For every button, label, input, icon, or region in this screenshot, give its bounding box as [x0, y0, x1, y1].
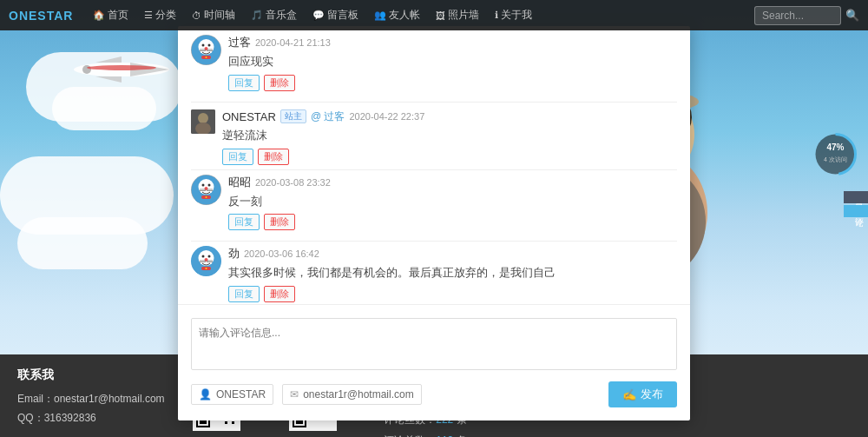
- contact-email: Email：onestar1r@hotmail.com: [17, 390, 165, 409]
- action-回复[interactable]: 回复: [222, 149, 253, 165]
- comment-text: 其实很多时候，我们都是有机会的。最后真正放弃的，是我们自己: [228, 264, 677, 282]
- svg-rect-109: [225, 421, 227, 424]
- comment-avatar: [191, 35, 221, 65]
- nav-tab-音乐盒[interactable]: 🎵音乐盒: [244, 4, 304, 26]
- svg-point-4: [82, 65, 91, 74]
- logo-prefix: ONE: [9, 9, 37, 23]
- action-回复[interactable]: 回复: [228, 286, 260, 302]
- email-value: onestar1r@hotmail.com: [303, 388, 414, 401]
- tab-label: 友人帐: [389, 8, 420, 23]
- comment-input-section: 👤 ONESTAR ✉ onestar1r@hotmail.com ✍ 发布: [178, 304, 690, 420]
- tab-icon: 🎵: [251, 10, 263, 21]
- side-btn-comment[interactable]: 评论: [844, 205, 868, 217]
- comment-item: 昭昭 2020-03-08 23:32 反一刻 回复删除: [191, 175, 677, 231]
- comment-header: 劲 2020-03-06 16:42: [228, 246, 677, 262]
- svg-rect-110: [232, 421, 234, 424]
- nav-tab-友人帐[interactable]: 👥友人帐: [367, 4, 427, 26]
- svg-point-42: [202, 183, 205, 186]
- footer-contact: 联系我 Email：onestar1r@hotmail.com QQ：31639…: [17, 364, 165, 427]
- search-input[interactable]: [754, 6, 841, 25]
- comment-header: ONESTAR 站主 @ 过客 2020-04-22 22:37: [222, 109, 677, 124]
- side-btn-catalog[interactable]: 目录: [844, 191, 868, 203]
- comment-body: 过客 2020-04-21 21:13 回应现实 回复删除: [228, 35, 331, 91]
- comment-date: 2020-04-22 22:37: [349, 111, 424, 122]
- comment-actions: 回复删除: [222, 149, 677, 165]
- nav-tabs: 🏠首页☰分类⏱时间轴🎵音乐盒💬留言板👥友人帐🖼照片墙ℹ关于我: [86, 4, 754, 26]
- action-删除[interactable]: 删除: [264, 214, 295, 230]
- search-area: 🔍: [754, 6, 859, 25]
- search-icon[interactable]: 🔍: [845, 9, 859, 22]
- user-badge: 站主: [280, 109, 306, 123]
- action-回复[interactable]: 回复: [228, 75, 260, 91]
- tab-icon: 👥: [374, 10, 386, 21]
- comment-username: 劲: [228, 246, 240, 262]
- comment-item: 过客 2020-04-21 21:13 回应现实 回复删除: [191, 35, 677, 91]
- nav-tab-时间轴[interactable]: ⏱时间轴: [185, 4, 242, 26]
- tab-label: 留言板: [327, 8, 358, 23]
- tab-icon: 💬: [312, 10, 325, 21]
- action-回复[interactable]: 回复: [228, 214, 260, 230]
- nav-tab-留言板[interactable]: 💬留言板: [306, 4, 365, 26]
- comment-body: 劲 2020-03-06 16:42 其实很多时候，我们都是有机会的。最后真正放…: [228, 246, 677, 304]
- comment-at: @ 过客: [311, 109, 345, 124]
- comment-item: ONESTAR 站主 @ 过客 2020-04-22 22:37 逆轻流沫 回复…: [191, 109, 677, 165]
- logo-suffix: STAR: [37, 9, 73, 23]
- username-field: 👤 ONESTAR: [191, 384, 273, 405]
- comments-modal: 过客 2020-04-21 21:13 回应现实 回复删除 ONESTAR 站主: [178, 26, 690, 420]
- email-icon: ✉: [290, 388, 299, 401]
- comment-actions: 回复删除: [228, 214, 331, 230]
- tab-icon: ⏱: [192, 10, 201, 21]
- svg-point-24: [202, 44, 205, 47]
- action-删除[interactable]: 删除: [258, 149, 289, 165]
- svg-point-35: [198, 113, 208, 123]
- tab-label: 时间轴: [204, 8, 235, 23]
- svg-marker-3: [95, 76, 122, 83]
- svg-point-51: [206, 196, 207, 198]
- tab-icon: 🖼: [436, 10, 445, 21]
- comment-username: ONESTAR: [222, 110, 276, 123]
- comment-date: 2020-03-06 16:42: [244, 248, 319, 259]
- svg-point-43: [208, 183, 211, 186]
- nav-tab-首页[interactable]: 🏠首页: [86, 4, 135, 26]
- progress-circle: 47% 4 次访问: [812, 130, 859, 178]
- comment-avatar: [191, 246, 221, 276]
- action-删除[interactable]: 删除: [264, 286, 295, 302]
- side-buttons: 目录 评论: [844, 191, 868, 217]
- svg-text:4 次访问: 4 次访问: [824, 156, 847, 163]
- tab-label: 分类: [155, 8, 176, 23]
- svg-point-57: [202, 255, 205, 258]
- comment-text: 反一刻: [228, 193, 331, 211]
- svg-point-33: [206, 56, 207, 58]
- svg-point-66: [206, 268, 207, 269]
- tab-label: 照片墙: [448, 8, 479, 23]
- cloud-4: [17, 217, 148, 269]
- comment-textarea[interactable]: [191, 318, 677, 370]
- nav-tab-照片墙[interactable]: 🖼照片墙: [429, 4, 486, 26]
- submit-icon: ✍: [622, 388, 636, 401]
- submit-button[interactable]: ✍ 发布: [608, 381, 677, 407]
- svg-point-59: [205, 258, 208, 262]
- comment-username: 过客: [228, 35, 251, 50]
- comment-body: ONESTAR 站主 @ 过客 2020-04-22 22:37 逆轻流沫 回复…: [222, 109, 677, 165]
- comment-footer: 👤 ONESTAR ✉ onestar1r@hotmail.com ✍ 发布: [191, 381, 677, 407]
- svg-text:47%: 47%: [826, 142, 844, 152]
- comment-header: 昭昭 2020-03-08 23:32: [228, 175, 331, 190]
- tab-icon: 🏠: [93, 10, 105, 21]
- action-删除[interactable]: 删除: [264, 75, 295, 91]
- airplane: [69, 43, 174, 98]
- comment-group: 劲 2020-03-06 16:42 其实很多时候，我们都是有机会的。最后真正放…: [191, 246, 677, 304]
- comment-avatar: [191, 109, 215, 134]
- submit-label: 发布: [641, 387, 663, 402]
- site-logo[interactable]: ONESTAR: [9, 9, 73, 23]
- nav-tab-分类[interactable]: ☰分类: [137, 4, 183, 26]
- nav-tab-关于我[interactable]: ℹ关于我: [488, 4, 539, 26]
- comment-avatar: [191, 175, 221, 205]
- tab-label: 首页: [108, 8, 128, 23]
- comment-header: 过客 2020-04-21 21:13: [228, 35, 331, 50]
- svg-point-5: [87, 65, 156, 70]
- comment-text: 逆轻流沫: [222, 127, 677, 145]
- comment-actions: 回复删除: [228, 286, 677, 302]
- tab-label: 音乐盒: [266, 8, 297, 23]
- comments-list: 过客 2020-04-21 21:13 回应现实 回复删除 ONESTAR 站主: [178, 26, 690, 304]
- svg-point-25: [208, 44, 211, 47]
